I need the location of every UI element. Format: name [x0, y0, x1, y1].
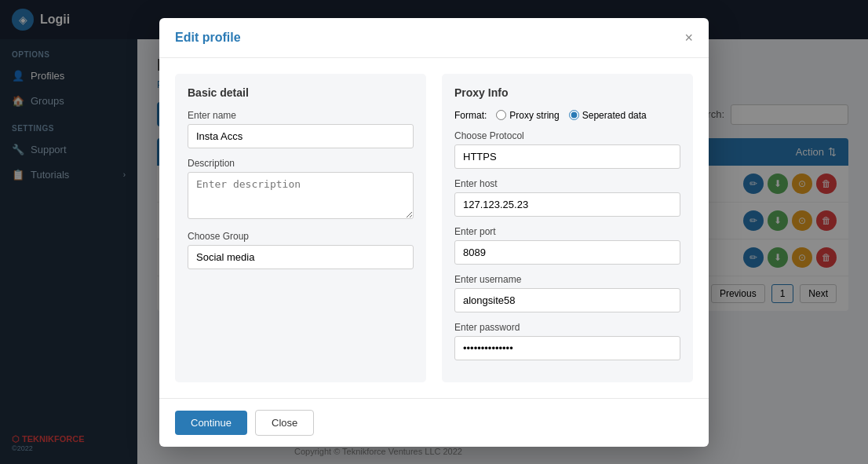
proxy-string-label: Proxy string — [509, 110, 559, 121]
basic-detail-title: Basic detail — [188, 86, 414, 99]
host-input[interactable] — [454, 192, 680, 217]
format-label: Format: — [454, 110, 487, 121]
modal-header: Edit profile × — [159, 18, 709, 58]
name-input[interactable] — [188, 124, 414, 148]
password-label: Enter password — [454, 322, 680, 333]
modal-close-button[interactable]: × — [684, 31, 693, 45]
separated-data-label: Seperated data — [582, 110, 647, 121]
edit-profile-modal: Edit profile × Basic detail Enter name D… — [159, 18, 709, 447]
separated-data-option[interactable]: Seperated data — [569, 110, 647, 121]
host-label: Enter host — [454, 178, 680, 189]
name-label: Enter name — [188, 110, 414, 121]
description-label: Description — [188, 158, 414, 169]
proxy-info-panel: Proxy Info Format: Proxy string Seperate… — [442, 74, 693, 382]
protocol-label: Choose Protocol — [454, 130, 680, 141]
proxy-string-radio[interactable] — [496, 110, 506, 120]
modal-overlay: Edit profile × Basic detail Enter name D… — [0, 0, 868, 464]
proxy-string-option[interactable]: Proxy string — [496, 110, 559, 121]
proxy-info-title: Proxy Info — [454, 86, 680, 99]
basic-detail-panel: Basic detail Enter name Description Choo… — [175, 74, 426, 382]
continue-button[interactable]: Continue — [175, 411, 247, 435]
group-input[interactable] — [188, 245, 414, 269]
protocol-input[interactable] — [454, 144, 680, 169]
description-textarea[interactable] — [188, 172, 414, 219]
separated-data-radio[interactable] — [569, 110, 579, 120]
username-input[interactable] — [454, 288, 680, 312]
format-row: Format: Proxy string Seperated data — [454, 110, 680, 121]
modal-footer: Continue Close — [159, 398, 709, 447]
modal-title: Edit profile — [175, 31, 241, 45]
port-label: Enter port — [454, 226, 680, 237]
group-label: Choose Group — [188, 231, 414, 242]
password-input[interactable] — [454, 336, 680, 360]
close-modal-button[interactable]: Close — [255, 410, 314, 436]
username-label: Enter username — [454, 274, 680, 285]
port-input[interactable] — [454, 240, 680, 265]
modal-body: Basic detail Enter name Description Choo… — [159, 58, 709, 398]
